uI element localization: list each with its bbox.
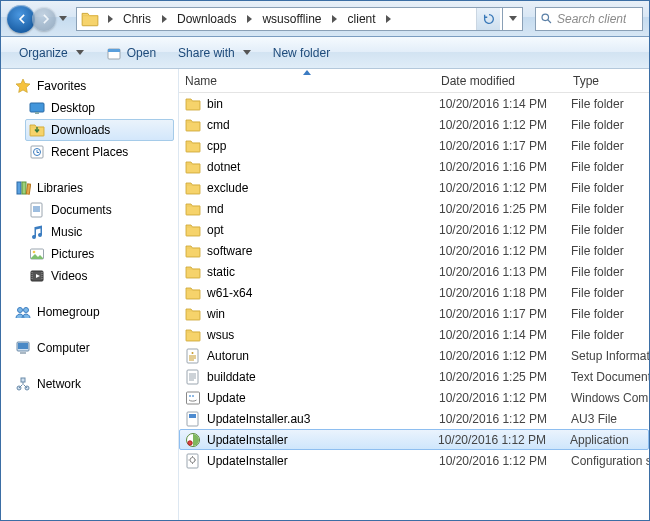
- libraries-icon: [15, 180, 31, 196]
- file-type: File folder: [571, 202, 649, 216]
- file-name: md: [207, 202, 439, 216]
- sidebar-network[interactable]: Network: [11, 373, 174, 395]
- file-type: Configuration settings: [571, 454, 649, 468]
- folder-icon: [185, 306, 201, 322]
- file-type: File folder: [571, 181, 649, 195]
- forward-button[interactable]: [32, 7, 56, 31]
- sidebar-computer[interactable]: Computer: [11, 337, 174, 359]
- sidebar-group-libraries: Libraries DocumentsMusicPicturesVideos: [11, 177, 174, 287]
- chevron-down-icon: [509, 16, 517, 21]
- breadcrumb-arrow[interactable]: [328, 8, 342, 30]
- sidebar-homegroup[interactable]: Homegroup: [11, 301, 174, 323]
- column-header-type[interactable]: Type: [567, 69, 649, 92]
- share-button[interactable]: Share with: [168, 41, 261, 65]
- file-type: File folder: [571, 139, 649, 153]
- breadcrumb-segment[interactable]: client: [342, 8, 382, 30]
- breadcrumb-arrow[interactable]: [382, 8, 396, 30]
- open-button[interactable]: Open: [96, 41, 166, 65]
- homegroup-icon: [15, 304, 31, 320]
- file-row[interactable]: cpp10/20/2016 1:17 PMFile folder: [179, 135, 649, 156]
- file-row[interactable]: Autorun10/20/2016 1:12 PMSetup Informati…: [179, 345, 649, 366]
- ini-icon: [185, 453, 201, 469]
- file-row[interactable]: exclude10/20/2016 1:12 PMFile folder: [179, 177, 649, 198]
- file-row[interactable]: static10/20/2016 1:13 PMFile folder: [179, 261, 649, 282]
- chevron-right-icon: [386, 15, 391, 23]
- file-date: 10/20/2016 1:12 PM: [439, 454, 571, 468]
- file-list: Name Date modified Type bin10/20/2016 1:…: [179, 69, 649, 520]
- sidebar-item-label: Recent Places: [51, 145, 128, 159]
- file-row[interactable]: UpdateInstaller.au310/20/2016 1:12 PMAU3…: [179, 408, 649, 429]
- file-row[interactable]: software10/20/2016 1:12 PMFile folder: [179, 240, 649, 261]
- file-row[interactable]: opt10/20/2016 1:12 PMFile folder: [179, 219, 649, 240]
- breadcrumb-segment[interactable]: Chris: [117, 8, 157, 30]
- organize-button[interactable]: Organize: [9, 41, 94, 65]
- file-row[interactable]: UpdateInstaller10/20/2016 1:12 PMConfigu…: [179, 450, 649, 471]
- file-row[interactable]: builddate10/20/2016 1:25 PMText Document: [179, 366, 649, 387]
- folder-icon: [185, 96, 201, 112]
- column-name-label: Name: [185, 74, 217, 88]
- file-name: Update: [207, 391, 439, 405]
- sidebar-item-label: Documents: [51, 203, 112, 217]
- sidebar-item-recent-places[interactable]: Recent Places: [25, 141, 174, 163]
- file-name: software: [207, 244, 439, 258]
- file-row[interactable]: cmd10/20/2016 1:12 PMFile folder: [179, 114, 649, 135]
- history-dropdown[interactable]: [56, 16, 70, 21]
- sidebar-item-pictures[interactable]: Pictures: [25, 243, 174, 265]
- file-name: opt: [207, 223, 439, 237]
- file-row[interactable]: dotnet10/20/2016 1:16 PMFile folder: [179, 156, 649, 177]
- sidebar-group-computer: Computer: [11, 337, 174, 359]
- file-type: File folder: [571, 265, 649, 279]
- file-type: File folder: [571, 223, 649, 237]
- file-date: 10/20/2016 1:25 PM: [439, 370, 571, 384]
- file-row[interactable]: wsus10/20/2016 1:14 PMFile folder: [179, 324, 649, 345]
- sidebar-network-label: Network: [37, 377, 81, 391]
- column-header-name[interactable]: Name: [179, 69, 435, 92]
- address-dropdown[interactable]: [503, 7, 523, 31]
- folder-icon: [185, 327, 201, 343]
- sidebar-item-videos[interactable]: Videos: [25, 265, 174, 287]
- chevron-right-icon: [108, 15, 113, 23]
- breadcrumb-segment[interactable]: Downloads: [171, 8, 242, 30]
- sidebar-group-homegroup: Homegroup: [11, 301, 174, 323]
- column-headers: Name Date modified Type: [179, 69, 649, 93]
- breadcrumb-arrow[interactable]: [157, 8, 171, 30]
- file-row[interactable]: Update10/20/2016 1:12 PMWindows Command: [179, 387, 649, 408]
- file-date: 10/20/2016 1:25 PM: [439, 202, 571, 216]
- column-type-label: Type: [573, 74, 599, 88]
- column-header-date[interactable]: Date modified: [435, 69, 567, 92]
- organize-label: Organize: [19, 46, 68, 60]
- sidebar-item-music[interactable]: Music: [25, 221, 174, 243]
- search-input[interactable]: Search client: [535, 7, 643, 31]
- file-date: 10/20/2016 1:17 PM: [439, 307, 571, 321]
- file-date: 10/20/2016 1:12 PM: [439, 181, 571, 195]
- file-row[interactable]: md10/20/2016 1:25 PMFile folder: [179, 198, 649, 219]
- sidebar-favorites-header[interactable]: Favorites: [11, 75, 174, 97]
- file-name: exclude: [207, 181, 439, 195]
- sidebar-computer-label: Computer: [37, 341, 90, 355]
- sidebar-group-network: Network: [11, 373, 174, 395]
- breadcrumb-segment[interactable]: wsusoffline: [256, 8, 327, 30]
- file-row[interactable]: w61-x6410/20/2016 1:18 PMFile folder: [179, 282, 649, 303]
- file-row[interactable]: win10/20/2016 1:17 PMFile folder: [179, 303, 649, 324]
- sidebar-item-documents[interactable]: Documents: [25, 199, 174, 221]
- breadcrumb-root-arrow[interactable]: [103, 8, 117, 30]
- new-folder-button[interactable]: New folder: [263, 41, 340, 65]
- file-type: File folder: [571, 307, 649, 321]
- file-row[interactable]: bin10/20/2016 1:14 PMFile folder: [179, 93, 649, 114]
- file-type: File folder: [571, 286, 649, 300]
- breadcrumb-arrow[interactable]: [242, 8, 256, 30]
- file-type: Application: [570, 433, 648, 447]
- file-date: 10/20/2016 1:14 PM: [439, 97, 571, 111]
- sidebar-item-icon: [29, 224, 45, 240]
- breadcrumb[interactable]: ChrisDownloadswsusofflineclient: [76, 7, 503, 31]
- folder-icon: [185, 285, 201, 301]
- back-button[interactable]: [7, 5, 35, 33]
- sidebar-item-downloads[interactable]: Downloads: [25, 119, 174, 141]
- network-icon: [15, 376, 31, 392]
- sidebar-item-desktop[interactable]: Desktop: [25, 97, 174, 119]
- refresh-button[interactable]: [476, 8, 500, 30]
- file-name: dotnet: [207, 160, 439, 174]
- file-row[interactable]: UpdateInstaller10/20/2016 1:12 PMApplica…: [179, 429, 649, 450]
- sidebar-libraries-header[interactable]: Libraries: [11, 177, 174, 199]
- file-date: 10/20/2016 1:13 PM: [439, 265, 571, 279]
